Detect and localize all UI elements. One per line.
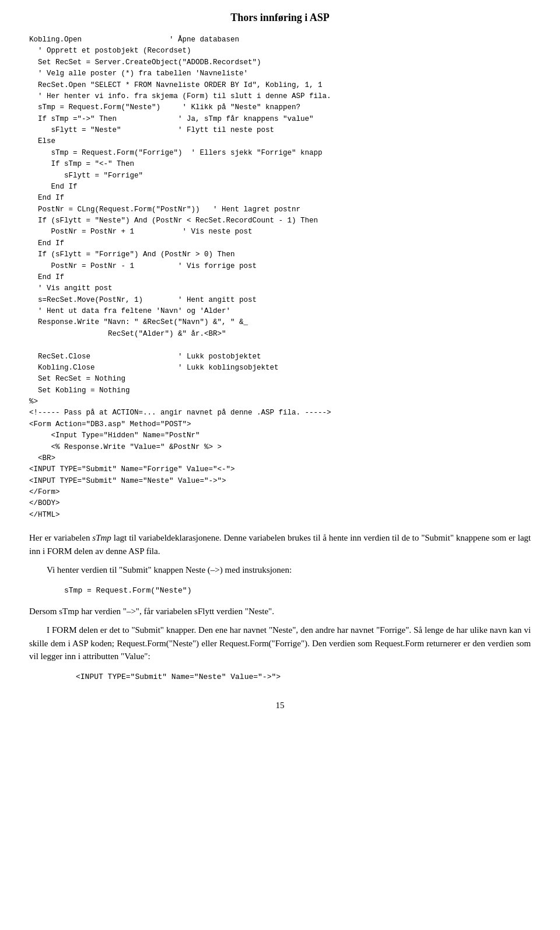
- code-submit: <INPUT TYPE="Submit" Name="Neste" Value=…: [76, 671, 531, 683]
- prose-text-1: Her er variabelen sTmp lagt til variabel…: [29, 533, 531, 556]
- prose-text-3: Dersom sTmp har verdien "–>", får variab…: [29, 607, 274, 616]
- stmp-italic-1: sTmp: [92, 533, 111, 542]
- prose-paragraph-4: I FORM delen er det to "Submit" knapper.…: [29, 624, 531, 663]
- page-title: Thors innføring i ASP: [29, 12, 531, 24]
- code-stmp: sTmp = Request.Form("Neste"): [64, 585, 531, 597]
- prose-paragraph-1: Her er variabelen sTmp lagt til variabel…: [29, 531, 531, 558]
- page-number: 15: [29, 701, 531, 710]
- main-code-block: Kobling.Open ' Åpne databasen ' Opprett …: [29, 34, 531, 521]
- prose-text-4: I FORM delen er det to "Submit" knapper.…: [29, 625, 531, 661]
- page-container: Thors innføring i ASP Kobling.Open ' Åpn…: [0, 0, 560, 930]
- prose-text-2: Vi henter verdien til "Submit" knappen N…: [47, 565, 292, 574]
- prose-paragraph-2: Vi henter verdien til "Submit" knappen N…: [29, 563, 531, 577]
- prose-paragraph-3: Dersom sTmp har verdien "–>", får variab…: [29, 605, 531, 618]
